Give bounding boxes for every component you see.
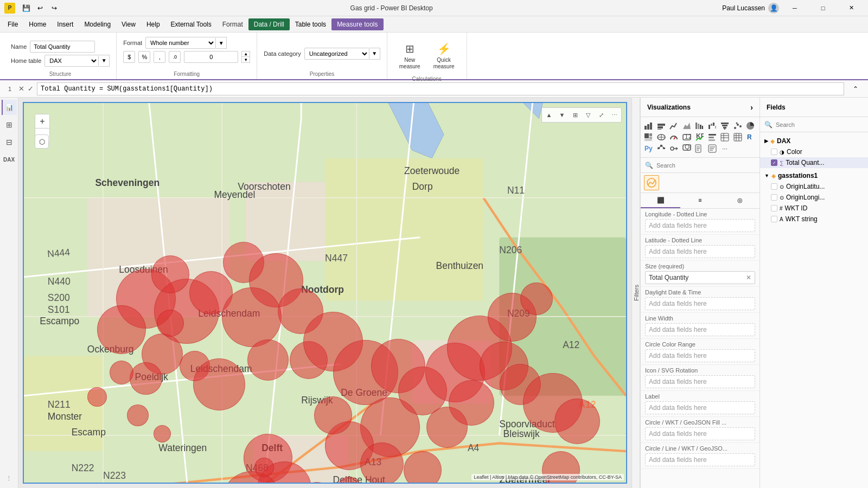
format-select[interactable]: Whole number xyxy=(145,37,216,49)
fields-search-input[interactable] xyxy=(776,121,864,128)
sidebar-table-view[interactable]: ⋮ xyxy=(2,471,17,486)
home-table-select[interactable]: DAX xyxy=(44,55,99,67)
zoom-in-button[interactable]: + xyxy=(35,114,49,129)
viz-ribbon-chart[interactable] xyxy=(694,120,705,131)
decimal-down[interactable]: ▼ xyxy=(241,57,250,63)
menu-measure-tools[interactable]: Measure tools xyxy=(331,18,383,30)
new-measure-button[interactable]: ⊞ Newmeasure xyxy=(394,37,426,75)
menu-insert[interactable]: Insert xyxy=(52,18,79,30)
fields-item-originlong[interactable]: ⊙ OriginLongi... xyxy=(760,192,868,203)
field-dropzone-latitude[interactable]: Add data fields here xyxy=(645,245,755,258)
field-remove-size[interactable]: ✕ xyxy=(746,274,751,281)
formula-confirm[interactable]: ✓ xyxy=(28,85,34,93)
close-button[interactable]: ✕ xyxy=(839,0,864,16)
field-dropzone-colorrange[interactable]: Add data fields here xyxy=(645,349,755,362)
viz-treemap[interactable] xyxy=(643,132,654,143)
decimal-up[interactable]: ▲ xyxy=(241,51,250,57)
viz-bar-chart[interactable] xyxy=(643,120,654,131)
map-container[interactable]: N444 N440 S200 S101 N211 N222 N223 N468 … xyxy=(23,102,627,484)
fields-group-dax-header[interactable]: ▶ ◈ DAX xyxy=(760,136,868,146)
currency-btn[interactable]: $ xyxy=(123,51,135,63)
home-table-dropdown-arrow[interactable]: ▼ xyxy=(99,55,110,67)
field-dropzone-linewidth[interactable]: Add data fields here xyxy=(645,323,755,336)
viz-kpi[interactable]: KPI xyxy=(694,132,705,143)
viz-key-influencer[interactable] xyxy=(668,143,679,154)
viz-r-script[interactable]: R xyxy=(745,132,756,143)
viz-smart-narrative[interactable] xyxy=(707,143,718,154)
save-button[interactable]: 💾 xyxy=(20,2,33,15)
fields-item-color[interactable]: ◑ Color xyxy=(760,146,868,157)
viz-matrix[interactable] xyxy=(732,132,743,143)
viz-gauge[interactable] xyxy=(668,132,679,143)
map-reset-btn[interactable]: ⊞ xyxy=(569,109,581,121)
viz-area-chart[interactable] xyxy=(681,120,692,131)
viz-search-input[interactable] xyxy=(656,162,755,169)
field-dropzone-daylight[interactable]: Add data fields here xyxy=(645,297,755,310)
decimal-btn[interactable]: .0 xyxy=(169,51,181,63)
field-dropzone-label[interactable]: Add data fields here xyxy=(645,401,755,414)
map-filter-btn[interactable]: ▽ xyxy=(582,109,594,121)
viz-qa[interactable]: Q&A xyxy=(681,143,692,154)
viz-line-chart[interactable] xyxy=(668,120,679,131)
decimal-input[interactable] xyxy=(184,51,238,63)
viz-map[interactable] xyxy=(656,132,667,143)
map-down-btn[interactable]: ▼ xyxy=(556,109,568,121)
menu-file[interactable]: File xyxy=(2,18,23,30)
formula-input[interactable] xyxy=(37,82,844,95)
viz-tab-format[interactable]: ≡ xyxy=(680,193,720,208)
viz-table[interactable] xyxy=(719,132,730,143)
viz-card[interactable]: 123 xyxy=(681,132,692,143)
viz-python[interactable]: Py xyxy=(643,143,654,154)
menu-external-tools[interactable]: External Tools xyxy=(165,18,217,30)
viz-scatter-chart[interactable] xyxy=(732,120,743,131)
map-more-btn[interactable]: ⋯ xyxy=(608,109,620,121)
sidebar-model-view[interactable]: ⊟ xyxy=(2,134,17,150)
viz-tab-analytics[interactable]: ◎ xyxy=(720,193,760,208)
sidebar-dax-view[interactable]: DAX xyxy=(2,152,17,167)
data-category-select[interactable]: Uncategorized xyxy=(304,48,369,60)
menu-view[interactable]: View xyxy=(116,18,141,30)
format-dropdown-arrow[interactable]: ▼ xyxy=(216,37,227,49)
redo-button[interactable]: ↪ xyxy=(48,2,61,15)
field-dropzone-wkt-fill[interactable]: Add data fields here xyxy=(645,427,755,440)
menu-format[interactable]: Format xyxy=(217,18,248,30)
fields-item-total-quantity[interactable]: ✓ ∑ Total Quant... xyxy=(760,157,868,168)
fields-item-wktstring[interactable]: A WKT string xyxy=(760,214,868,224)
sidebar-data-view[interactable]: ⊞ xyxy=(2,117,17,132)
undo-button[interactable]: ↩ xyxy=(34,2,47,15)
menu-modeling[interactable]: Modeling xyxy=(79,18,116,30)
formula-collapse[interactable]: ⌃ xyxy=(847,85,864,93)
viz-decomp-tree[interactable] xyxy=(656,143,667,154)
map-expand-btn[interactable]: ⤢ xyxy=(595,109,607,121)
viz-tab-fields[interactable]: ⬛ xyxy=(641,193,680,208)
filters-panel[interactable]: Filters xyxy=(631,98,640,488)
field-dropzone-wkt-line[interactable]: Add data fields here xyxy=(645,453,755,466)
menu-data-drill[interactable]: Data / Drill xyxy=(248,18,290,30)
viz-panel-expand[interactable]: › xyxy=(750,103,753,112)
menu-table-tools[interactable]: Table tools xyxy=(290,18,331,30)
field-dropzone-longitude[interactable]: Add data fields here xyxy=(645,219,755,232)
viz-paginated[interactable] xyxy=(694,143,705,154)
viz-custom[interactable]: ··· xyxy=(719,143,730,154)
data-category-dropdown-arrow[interactable]: ▼ xyxy=(369,48,380,60)
viz-funnel-chart[interactable] xyxy=(719,120,730,131)
formula-cancel[interactable]: ✕ xyxy=(18,85,24,93)
viz-pie-chart[interactable] xyxy=(745,120,756,131)
fields-group-gasstations-header[interactable]: ▼ ◈ gasstations1 xyxy=(760,170,868,181)
name-input[interactable] xyxy=(30,41,95,53)
maximize-button[interactable]: □ xyxy=(810,0,835,16)
viz-slicer[interactable] xyxy=(707,132,718,143)
viz-waterfall-chart[interactable] xyxy=(707,120,718,131)
fields-item-wktid[interactable]: # WKT ID xyxy=(760,203,868,214)
menu-help[interactable]: Help xyxy=(141,18,165,30)
percent-btn[interactable]: % xyxy=(138,51,150,63)
minimize-button[interactable]: ─ xyxy=(782,0,807,16)
fields-item-originlat[interactable]: ⊙ OriginLatitu... xyxy=(760,181,868,192)
field-dropzone-rotation[interactable]: Add data fields here xyxy=(645,375,755,388)
menu-home[interactable]: Home xyxy=(23,18,52,30)
quick-measure-button[interactable]: ⚡ Quickmeasure xyxy=(428,37,460,75)
map-up-btn[interactable]: ▲ xyxy=(543,109,555,121)
shape-tool-button[interactable]: ⬡ xyxy=(35,134,49,149)
viz-column-chart[interactable] xyxy=(656,120,667,131)
comma-btn[interactable]: , xyxy=(154,51,165,63)
